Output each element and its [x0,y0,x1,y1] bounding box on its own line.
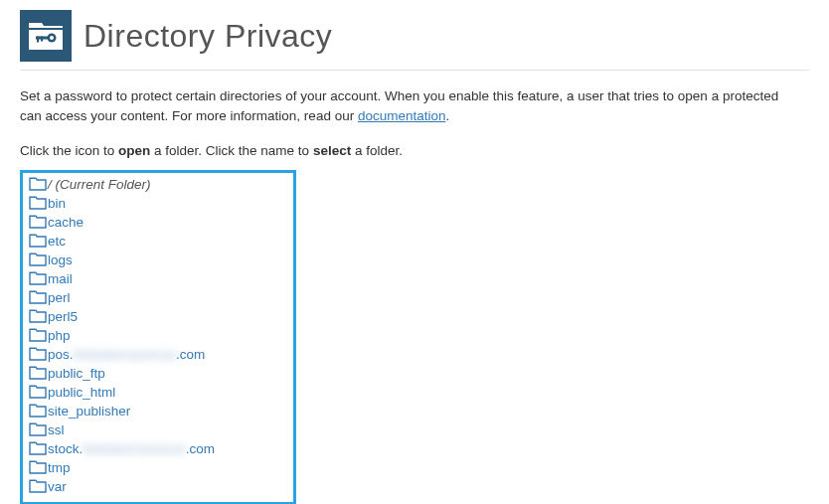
tree-item: public_html [29,383,287,402]
folder-name[interactable]: perl [48,290,71,305]
svg-rect-5 [41,37,43,42]
folder-name[interactable]: logs [48,252,73,267]
page-header: Directory Privacy [20,10,809,62]
folder-icon[interactable] [29,196,47,210]
divider [20,70,809,71]
folder-name[interactable]: php [48,328,71,343]
directory-privacy-icon [20,10,72,62]
folder-icon[interactable] [29,460,47,474]
folder-name[interactable]: public_html [48,385,115,400]
documentation-link[interactable]: documentation [358,108,446,123]
folder-name[interactable]: cache [48,215,83,230]
intro-line1: Set a password to protect certain direct… [20,88,778,103]
folder-icon[interactable] [29,385,47,399]
tree-item: tmp [29,458,287,477]
tree-item: pos.thebakersavenue.com [29,345,287,364]
folder-name[interactable]: ssl [48,422,65,437]
folder-name[interactable]: site_publisher [48,404,130,419]
tree-item: mail [29,269,287,288]
tree-item: bin [29,194,287,213]
tree-item: logs [29,251,287,269]
tree-item: etc [29,232,287,251]
instruction-text: Click the icon to open a folder. Click t… [20,143,809,158]
page-title: Directory Privacy [83,18,332,55]
folder-tree: / (Current Folder)bincacheetclogsmailper… [20,170,296,505]
folder-icon[interactable] [29,234,47,248]
folder-name[interactable]: public_ftp [48,366,105,381]
tree-item: / (Current Folder) [29,175,287,194]
folder-icon[interactable] [29,328,47,342]
folder-name[interactable]: perl5 [48,309,78,324]
tree-item: site_publisher [29,402,287,420]
instr-p3: a folder. [351,143,403,158]
folder-name[interactable]: var [48,479,67,494]
instr-p2: a folder. Click the name to [150,143,313,158]
instr-p1: Click the icon to [20,143,118,158]
instr-select: select [313,143,351,158]
intro-line2: can access your content. For more inform… [20,108,358,123]
tree-item: ssl [29,420,287,439]
folder-name[interactable]: bin [48,196,66,211]
tree-item: stock.thebakersavenue.com [29,439,287,458]
folder-name[interactable]: etc [48,234,66,249]
folder-icon[interactable] [29,366,47,380]
folder-icon[interactable] [29,479,47,493]
tree-item: cache [29,213,287,232]
folder-name[interactable]: tmp [48,460,71,475]
tree-item: perl [29,288,287,307]
folder-name[interactable]: stock.thebakersavenue.com [48,441,215,456]
tree-item: perl5 [29,307,287,326]
svg-point-2 [50,36,54,40]
svg-rect-4 [37,37,39,43]
folder-icon[interactable] [29,252,47,266]
tree-item: var [29,477,287,496]
folder-name[interactable]: pos.thebakersavenue.com [48,347,205,362]
intro-period: . [445,108,449,123]
folder-icon[interactable] [29,404,47,418]
folder-icon[interactable] [29,347,47,361]
folder-icon[interactable] [29,215,47,229]
svg-rect-0 [29,28,63,30]
folder-icon[interactable] [29,309,47,323]
tree-item: public_ftp [29,364,287,383]
tree-item: php [29,326,287,345]
folder-icon[interactable] [29,422,47,436]
folder-name: / (Current Folder) [48,177,151,192]
folder-icon[interactable] [29,271,47,285]
folder-icon[interactable] [29,177,47,191]
folder-icon[interactable] [29,290,47,304]
intro-text: Set a password to protect certain direct… [20,86,809,127]
instr-open: open [118,143,150,158]
folder-name[interactable]: mail [48,271,73,286]
folder-icon[interactable] [29,441,47,455]
